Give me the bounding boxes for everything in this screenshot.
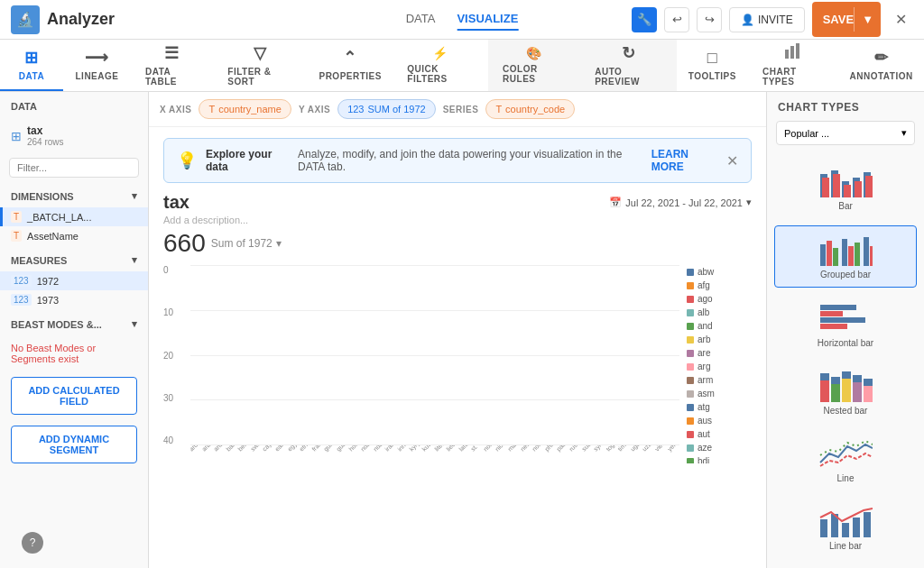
help-button[interactable]: ? bbox=[22, 532, 43, 554]
toolbar-data-label: DATA bbox=[19, 71, 44, 81]
undo-button[interactable]: ↩ bbox=[664, 7, 689, 32]
dimensions-collapse-icon[interactable]: ▾ bbox=[132, 190, 137, 202]
line-bar-label: Line bar bbox=[829, 541, 862, 551]
chart-description[interactable]: Add a description... bbox=[163, 215, 752, 225]
toolbar-chart-types[interactable]: CHART TYPES bbox=[748, 40, 838, 91]
measures-collapse-icon[interactable]: ▾ bbox=[132, 254, 137, 266]
toolbar-annotation[interactable]: ✏ ANNOTATION bbox=[838, 40, 924, 91]
logo: 🔬 bbox=[11, 5, 40, 34]
grouped-bar-label: Grouped bar bbox=[820, 270, 871, 279]
line-bar-chart-icon bbox=[818, 505, 873, 537]
svg-rect-1 bbox=[790, 46, 794, 59]
y-axis-pill[interactable]: 123 SUM of 1972 bbox=[337, 99, 436, 119]
legend-item: bdi bbox=[687, 454, 752, 463]
toolbar-properties[interactable]: ⌃ PROPERTIES bbox=[308, 40, 393, 91]
beast-modes-collapse-icon[interactable]: ▾ bbox=[132, 318, 137, 330]
chart-area: 💡 Explore your data Analyze, modify, and… bbox=[149, 127, 766, 568]
explore-icon: 💡 bbox=[177, 151, 197, 170]
toolbar-color-rules-label: COLOR RULES bbox=[503, 64, 566, 84]
metric-label-text: Sum of 1972 bbox=[211, 237, 273, 250]
toolbar-color-rules[interactable]: 🎨 COLOR RULES bbox=[488, 40, 580, 91]
save-dropdown-arrow[interactable]: ▼ bbox=[854, 7, 881, 32]
svg-rect-13 bbox=[820, 244, 826, 266]
dim-assetname-name: AssetName bbox=[27, 231, 79, 242]
x-axis-pill[interactable]: T country_name bbox=[199, 99, 291, 119]
legend-dot bbox=[687, 296, 694, 303]
add-dynamic-button[interactable]: ADD DYNAMIC SEGMENT bbox=[11, 426, 137, 463]
metric-dropdown-icon[interactable]: ▾ bbox=[276, 237, 282, 250]
tool-icon[interactable]: 🔧 bbox=[632, 7, 657, 32]
datasource-name: tax bbox=[27, 124, 64, 137]
add-calculated-button[interactable]: ADD CALCULATED FIELD bbox=[11, 377, 137, 415]
chart-title: tax bbox=[163, 192, 189, 213]
toolbar-tooltips[interactable]: □ TOOLTIPS bbox=[677, 40, 749, 91]
tooltips-icon: □ bbox=[707, 49, 717, 68]
top-nav: DATA VISUALIZE bbox=[406, 8, 519, 31]
legend-item: and bbox=[687, 319, 752, 333]
measures-header[interactable]: MEASURES ▾ bbox=[0, 245, 148, 271]
chart-type-grouped-bar[interactable]: Grouped bar bbox=[774, 225, 917, 288]
chart-type-line[interactable]: Line bbox=[774, 430, 917, 490]
legend-item: aus bbox=[687, 414, 752, 427]
explore-banner-close[interactable]: ✕ bbox=[726, 152, 738, 169]
legend-item: asm bbox=[687, 387, 752, 400]
beast-modes-empty: No Beast Modes or Segments exist bbox=[0, 335, 148, 371]
chart-metric: 660 Sum of 1972 ▾ bbox=[163, 229, 752, 258]
svg-rect-4 bbox=[822, 178, 829, 197]
toolbar-filter-sort-label: FILTER & SORT bbox=[227, 67, 293, 87]
filter-sort-icon: ▽ bbox=[254, 43, 267, 63]
toolbar-data[interactable]: ⊞ DATA bbox=[0, 40, 63, 91]
learn-more-link[interactable]: LEARN MORE bbox=[651, 148, 717, 173]
toolbar-auto-preview[interactable]: ↻ AUTO PREVIEW bbox=[580, 40, 676, 91]
nav-data[interactable]: DATA bbox=[406, 8, 436, 31]
filter-input[interactable] bbox=[9, 158, 139, 178]
toolbar-quick-filters[interactable]: ⚡ QUICK FILTERS bbox=[393, 40, 488, 91]
legend-item: alb bbox=[687, 306, 752, 319]
dim-assetname[interactable]: T AssetName bbox=[0, 226, 148, 245]
chart-type-dropdown[interactable]: Popular ... ▾ bbox=[776, 121, 915, 145]
svg-rect-37 bbox=[842, 523, 849, 537]
legend-dot bbox=[687, 269, 694, 276]
toolbar-data-table-label: DATA TABLE bbox=[145, 67, 199, 87]
svg-rect-35 bbox=[820, 519, 827, 537]
invite-button[interactable]: 👤 INVITE bbox=[729, 7, 805, 32]
svg-rect-12 bbox=[865, 176, 873, 197]
chart-type-line-bar[interactable]: Line bar bbox=[774, 498, 917, 558]
chart-type-bar[interactable]: Bar bbox=[774, 158, 917, 218]
chart-type-nested-bar[interactable]: Nested bar bbox=[774, 362, 917, 423]
measures-label: MEASURES bbox=[11, 255, 67, 266]
svg-rect-22 bbox=[820, 311, 843, 316]
nested-bar-label: Nested bar bbox=[824, 406, 868, 416]
properties-icon: ⌃ bbox=[343, 48, 357, 68]
save-button[interactable]: SAVE ▼ bbox=[812, 2, 881, 37]
measure-1972[interactable]: 123 1972 bbox=[0, 271, 148, 290]
toolbar: ⊞ DATA ⟶ LINEAGE ☰ DATA TABLE ▽ FILTER &… bbox=[0, 40, 924, 92]
y-axis: 40 30 20 10 0 bbox=[163, 265, 190, 463]
legend-dot bbox=[687, 444, 694, 452]
legend-dot bbox=[687, 404, 694, 411]
chart-date[interactable]: 📅 Jul 22, 2021 - Jul 22, 2021 ▾ bbox=[609, 197, 752, 208]
legend-label: asm bbox=[698, 389, 715, 399]
series-pill[interactable]: T country_code bbox=[485, 99, 575, 119]
dimensions-label: DIMENSIONS bbox=[11, 191, 74, 202]
grouped-bar-chart-icon bbox=[818, 234, 873, 266]
beast-modes-header[interactable]: BEAST MODES &... ▾ bbox=[0, 309, 148, 335]
redo-button[interactable]: ↪ bbox=[697, 7, 722, 32]
svg-rect-10 bbox=[855, 181, 862, 197]
toolbar-filter-sort[interactable]: ▽ FILTER & SORT bbox=[213, 40, 308, 91]
sidebar-data-header[interactable]: DATA bbox=[0, 92, 148, 117]
toolbar-lineage-label: LINEAGE bbox=[76, 71, 119, 81]
toolbar-data-table[interactable]: ☰ DATA TABLE bbox=[131, 40, 213, 91]
legend-dot bbox=[687, 458, 694, 464]
measure-1973-name: 1973 bbox=[37, 295, 59, 306]
dimensions-header[interactable]: DIMENSIONS ▾ bbox=[0, 181, 148, 207]
close-button[interactable]: ✕ bbox=[888, 7, 913, 32]
dim-batch[interactable]: T _BATCH_LA... bbox=[0, 207, 148, 226]
nav-visualize[interactable]: VISUALIZE bbox=[457, 8, 518, 31]
chart-type-horizontal-bar[interactable]: Horizontal bar bbox=[774, 295, 917, 355]
legend-dot bbox=[687, 336, 694, 344]
toolbar-lineage[interactable]: ⟶ LINEAGE bbox=[63, 40, 131, 91]
legend-label: aus bbox=[698, 416, 712, 426]
measure-1973[interactable]: 123 1973 bbox=[0, 290, 148, 309]
y-label-40: 40 bbox=[163, 435, 185, 445]
